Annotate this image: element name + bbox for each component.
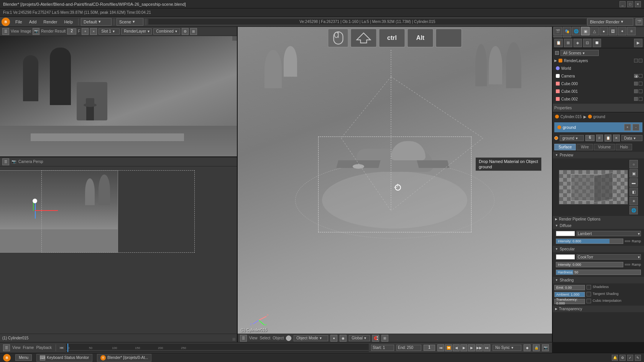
outliner-cube002[interactable]: Cube.002 — [553, 95, 644, 103]
tab-halo[interactable]: Halo — [616, 144, 632, 150]
transparency-section-header[interactable]: ▶ Transparency — [553, 306, 644, 312]
preview-section-header[interactable]: ▼ Preview — [553, 152, 644, 158]
main-object-btn[interactable]: Object — [273, 336, 284, 340]
renderlayers-vis[interactable] — [634, 59, 638, 63]
outliner-world[interactable]: World — [553, 64, 644, 72]
prop-mesh-icon[interactable]: △ — [590, 27, 599, 35]
specular-intensity-slider[interactable]: Intensity: 0.000 — [556, 262, 623, 267]
main-snap2[interactable]: ⊞ — [381, 335, 388, 342]
timeline-frame[interactable]: Frame — [23, 346, 34, 350]
translucency-slider[interactable]: Translucency: 0.000 — [554, 299, 585, 304]
tangent-checkbox[interactable] — [586, 292, 591, 296]
viewport-top-remove[interactable]: × — [90, 28, 97, 35]
ctrl-key[interactable]: ctrl — [379, 28, 406, 48]
mouse-key[interactable] — [328, 28, 349, 48]
outliner-cube000[interactable]: Cube.000 — [553, 80, 644, 87]
close-button[interactable]: ✕ — [635, 1, 641, 7]
corner-resize-2[interactable] — [232, 157, 237, 162]
corner-tl[interactable] — [232, 36, 237, 41]
viewport-top-menu-icon[interactable]: ☰ — [2, 28, 9, 35]
main-select-btn[interactable]: Select — [260, 336, 271, 340]
viewport-top-frame-num[interactable]: 2 — [67, 28, 76, 35]
viewport-top-result[interactable]: Render Result — [41, 29, 66, 33]
tray-icon-1[interactable]: 🔔 — [612, 355, 618, 361]
scene-dropdown[interactable]: Scene ▾ — [117, 18, 143, 26]
mat-add-btn[interactable]: + — [624, 124, 631, 131]
prop-phys-icon[interactable]: ⚛ — [627, 27, 636, 35]
viewport-top-settings[interactable]: ⚙ — [182, 28, 189, 35]
main-mode-dropdown[interactable]: Object Mode▾ — [294, 335, 328, 341]
specular-ramp-checkbox[interactable] — [625, 264, 630, 265]
corner-resize[interactable] — [232, 27, 237, 31]
renderlayer-dropdown[interactable]: RenderLayer▾ — [121, 28, 152, 35]
maximize-button[interactable]: □ — [627, 1, 633, 7]
menu-help[interactable]: Help — [61, 19, 76, 25]
prop-world-icon[interactable]: 🌐 — [572, 27, 580, 35]
slot-dropdown[interactable]: Slot 1▾ — [99, 28, 120, 35]
cube000-vis[interactable] — [634, 82, 638, 86]
tl-start-field[interactable]: Start: 1 — [371, 345, 394, 351]
timeline-playback[interactable]: Playback — [36, 346, 52, 350]
mat-minus-btn[interactable]: - — [632, 124, 639, 131]
main-shading2[interactable]: ◉ — [340, 335, 347, 342]
tab-volume[interactable]: Volume — [594, 144, 615, 150]
sync-dropdown[interactable]: No Sync▾ — [493, 345, 521, 351]
menu-file[interactable]: File — [12, 19, 25, 25]
tl-end-field[interactable]: End: 250 — [396, 345, 421, 351]
all-scenes-dropdown[interactable]: All Scenes▾ — [560, 50, 599, 56]
mat-copy-btn[interactable]: 📋 — [605, 135, 611, 142]
alt-key[interactable]: Alt — [407, 28, 434, 48]
outliner-renderlayers[interactable]: ▶ RenderLayers — [553, 57, 644, 64]
resize-handle[interactable]: ⊞ — [232, 337, 235, 341]
tray-icon-2[interactable]: ⚙ — [619, 355, 626, 361]
prop-mat-icon[interactable]: ● — [600, 27, 608, 35]
sec-icon-4[interactable]: ⊡ — [583, 39, 591, 47]
emit-slider[interactable]: Emit: 0.00 — [554, 285, 585, 290]
diffuse-section-header[interactable]: ▼ Diffuse — [553, 222, 644, 229]
menu-button[interactable]: Menu — [15, 354, 32, 361]
transport-next-frame[interactable]: ▶▶ — [476, 344, 483, 351]
keyboard-status-monitor-button[interactable]: ⌨ Keyboard Status Monitor — [36, 354, 92, 362]
transport-play[interactable]: ▶ — [468, 344, 475, 351]
camera-vis[interactable]: 👁 — [634, 74, 638, 78]
viewport-top-cam-icon[interactable]: 📷 — [33, 28, 39, 35]
viewport-top-expand[interactable]: ⊞ — [190, 28, 197, 35]
blender-file-button[interactable]: B Blender* [/projets/0-At... — [97, 354, 151, 362]
timeline-menu[interactable]: ☰ — [3, 344, 10, 351]
specular-method-dropdown[interactable]: CookTorr ▾ — [577, 254, 641, 260]
empty-key[interactable] — [435, 28, 462, 48]
layout-dropdown[interactable]: Default ▾ — [81, 18, 112, 26]
prop-object-icon[interactable]: ▣ — [581, 27, 590, 35]
preview-back-icon[interactable]: ◧ — [629, 188, 638, 196]
transport-start[interactable]: ⏮ — [437, 344, 444, 351]
timeline-view[interactable]: View — [12, 346, 21, 350]
shading-section-header[interactable]: ▼ Shading — [553, 277, 644, 283]
shadeless-checkbox[interactable] — [586, 285, 591, 290]
ambient-slider[interactable]: Ambient: 1.000 — [554, 292, 585, 297]
transport-prev-frame[interactable]: ◀ — [453, 344, 460, 351]
transport-prev[interactable]: ⏪ — [445, 344, 452, 351]
specular-section-header[interactable]: ▼ Specular — [553, 246, 644, 252]
cubic-checkbox[interactable] — [586, 299, 591, 303]
menu-add[interactable]: Add — [26, 19, 40, 25]
renderlayers-sel[interactable] — [639, 59, 642, 63]
sec-icon-3[interactable]: ◈ — [573, 39, 582, 47]
camera-sel[interactable] — [639, 74, 642, 78]
render-icon-btn[interactable]: 🎬 — [636, 18, 642, 25]
engine-dropdown[interactable]: Blender Render ▾ — [587, 18, 633, 26]
prop-part-icon[interactable]: ✦ — [618, 27, 626, 35]
preview-plane-icon[interactable]: ▬ — [629, 178, 638, 187]
preview-light-icon[interactable]: ☀ — [629, 197, 638, 205]
sec-icon-2[interactable]: ⊞ — [564, 39, 572, 47]
viewport-cam-menu[interactable]: ☰ — [2, 158, 9, 165]
specular-hardness-slider[interactable]: Hardness: 50 — [556, 270, 641, 275]
mat-data-dropdown[interactable]: Data▾ — [621, 135, 642, 141]
preview-cube-icon[interactable]: ▣ — [629, 169, 638, 178]
key-btn-2[interactable]: 🔒 — [533, 344, 540, 351]
prop-tex-icon[interactable]: 🖼 — [609, 27, 617, 35]
preview-world-icon[interactable]: 🌐 — [629, 206, 638, 214]
viewport-top-add[interactable]: + — [82, 28, 89, 35]
mat-del-btn[interactable]: ✕ — [613, 135, 620, 142]
cube001-vis[interactable] — [634, 89, 638, 93]
transport-end[interactable]: ⏭ — [483, 344, 490, 351]
